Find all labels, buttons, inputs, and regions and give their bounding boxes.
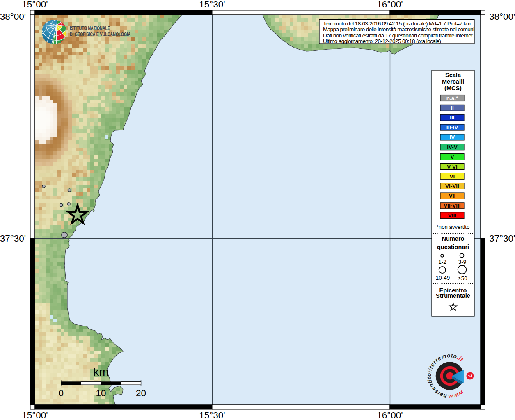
svg-text:38°00': 38°00' — [489, 11, 515, 22]
svg-text:3-9: 3-9 — [458, 259, 467, 265]
svg-text:*non avvertito: *non avvertito — [437, 224, 470, 230]
svg-text:II: II — [451, 105, 454, 111]
svg-text:VII: VII — [449, 193, 456, 199]
svg-text:38°00': 38°00' — [0, 11, 26, 22]
svg-text:V-VI: V-VI — [447, 164, 458, 170]
svg-text:questionari: questionari — [437, 244, 469, 250]
svg-text:Strumentale: Strumentale — [436, 292, 470, 299]
svg-text:ISTITUTO NAZIONALE: ISTITUTO NAZIONALE — [70, 25, 110, 31]
svg-text:VIII: VIII — [448, 212, 456, 219]
svg-text:km: km — [93, 365, 109, 378]
svg-text:15°00': 15°00' — [22, 410, 48, 420]
svg-text:Dati non verificati estratti d: Dati non verificati estratti da 17 quest… — [323, 32, 474, 39]
svg-text:IV-V: IV-V — [447, 144, 458, 150]
svg-text:1-2: 1-2 — [438, 259, 446, 265]
svg-text:≥50: ≥50 — [458, 275, 467, 281]
svg-text:15°00': 15°00' — [22, 0, 48, 9]
svg-text:10-49: 10-49 — [436, 275, 450, 281]
svg-text:15°30': 15°30' — [199, 410, 225, 420]
svg-text:III-IV: III-IV — [446, 124, 458, 130]
svg-text:Numero: Numero — [442, 235, 465, 242]
svg-text:Ultimo aggiornamento: 20-12-20: Ultimo aggiornamento: 20-12-2025 00:18 (… — [323, 38, 441, 44]
svg-text:III: III — [450, 114, 454, 121]
svg-text:VI: VI — [450, 173, 455, 180]
svg-text:Terremoto del 18-03-2016 09:42: Terremoto del 18-03-2016 09:42:15 (ora l… — [323, 21, 471, 27]
svg-text:Mercalli: Mercalli — [442, 78, 464, 85]
svg-text:?: ? — [467, 374, 473, 378]
svg-text:(MCS): (MCS) — [444, 85, 462, 91]
svg-text:37°30': 37°30' — [0, 233, 26, 244]
svg-text:16°00': 16°00' — [377, 410, 403, 420]
svg-text:16°00': 16°00' — [377, 0, 403, 9]
svg-text:VI-VII: VI-VII — [445, 183, 459, 189]
svg-text:Scala: Scala — [445, 72, 461, 78]
svg-text:IV: IV — [450, 134, 455, 140]
svg-text:n.a.*: n.a.* — [446, 95, 458, 101]
svg-text:Mappa preliminare delle intens: Mappa preliminare delle intensità macros… — [323, 26, 474, 32]
svg-text:15°30': 15°30' — [199, 0, 225, 9]
svg-text:VII-VIII: VII-VIII — [444, 203, 460, 209]
svg-text:0: 0 — [58, 388, 64, 398]
svg-text:37°30': 37°30' — [489, 233, 515, 244]
svg-text:20: 20 — [136, 388, 146, 398]
svg-text:V: V — [450, 154, 454, 160]
svg-text:10: 10 — [96, 388, 106, 398]
svg-text:DI GEOFISICA E VULCANOLOGIA: DI GEOFISICA E VULCANOLOGIA — [70, 32, 130, 37]
